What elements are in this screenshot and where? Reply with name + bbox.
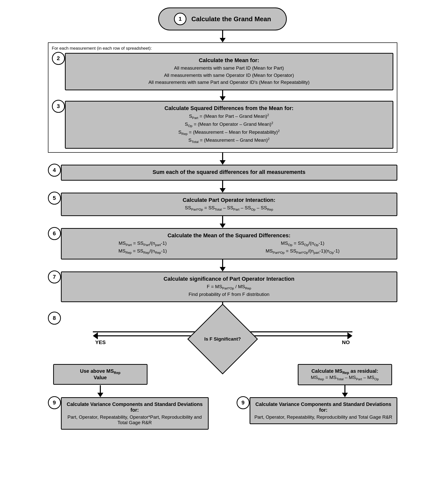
step7-row: 7 Calculate significance of Part Operato… <box>48 271 397 302</box>
step9-left-title: Calculate Variance Components and Standa… <box>66 401 204 413</box>
step8-left-box-area: Use above MSRep Value <box>48 364 153 385</box>
step6-circle: 6 <box>48 227 61 240</box>
step2-box: Calculate the Mean for: All measurements… <box>65 53 393 90</box>
step8-left-box-sub: Value <box>59 375 142 380</box>
step4-circle: 4 <box>48 164 61 177</box>
step1-label: Calculate the Grand Mean <box>191 15 271 23</box>
step2-line3: All measurements with same Part and Oper… <box>73 79 385 86</box>
step6-formulas: MSPart = SSPart/(npart-1) MSRep = SSRep/… <box>69 240 389 255</box>
step3-line4: STotal = (Measurement – Grand Mean)2 <box>73 136 385 144</box>
step5-row: 5 Calculate Part Operator Interaction: S… <box>48 193 397 216</box>
arrow-to-9-left <box>48 385 153 397</box>
step5-formula: SSPart*Op = SSTotal – SSPart – SSOp – SS… <box>69 204 389 212</box>
step8-circle-container: 8 <box>48 312 61 325</box>
step7-title: Calculate significance of Part Operator … <box>69 276 389 282</box>
step9-left-box: Calculate Variance Components and Standa… <box>61 397 209 430</box>
step3-circle: 3 <box>52 100 65 113</box>
step9-right-box: Calculate Variance Components and Standa… <box>250 397 397 424</box>
step8-branch-structure: YES Is F Significant? NO <box>48 314 397 364</box>
no-label: NO <box>342 339 350 345</box>
step2-circle: 2 <box>52 52 65 65</box>
step8-left-branch: YES <box>93 331 198 347</box>
step2-content-box: Calculate the Mean for: All measurements… <box>65 53 393 90</box>
step8-right-box-title: Calculate MSRep as residual: <box>303 368 386 375</box>
step3-content-box: Calculate Squared Differences from the M… <box>65 101 393 149</box>
step9-right: 9 Calculate Variance Components and Stan… <box>237 397 397 430</box>
arrowhead <box>220 188 226 193</box>
step2-row: 2 Calculate the Mean for: All measuremen… <box>52 53 393 90</box>
outer-measurement-box: For each measurement (in each row of spr… <box>48 42 397 153</box>
step6-row: 6 Calculate the Mean of the Squared Diff… <box>48 228 397 259</box>
arrow-line <box>222 153 223 160</box>
arrowhead <box>220 38 226 42</box>
step6-circle-container: 6 <box>48 227 61 240</box>
step9-right-content: Part, Operator, Repeatability, Reproduci… <box>254 414 393 420</box>
arrowhead <box>220 224 226 228</box>
connector-6-7 <box>220 259 226 271</box>
step3-row: 3 Calculate Squared Differences from the… <box>52 101 393 149</box>
step6-line1-left: MSPart = SSPart/(npart-1) <box>118 240 167 248</box>
step1-circle: 1 <box>174 13 186 25</box>
step5-content-box: Calculate Part Operator Interaction: SSP… <box>61 193 397 216</box>
arrowhead <box>220 160 226 165</box>
step9-row: 9 Calculate Variance Components and Stan… <box>48 397 397 430</box>
step6-line2-right: MSPart*Op = SSPart*Op/(npart-1)(nOp-1) <box>266 248 339 255</box>
step3-circle-container: 3 <box>52 100 65 113</box>
arrow-line <box>222 216 223 224</box>
step8-circle: 8 <box>48 312 61 325</box>
step7-content-box: Calculate significance of Part Operator … <box>61 271 397 302</box>
step8-right-branch: NO <box>248 331 352 347</box>
arrow-line <box>222 181 223 188</box>
step4-row: 4 Sum each of the squared differences fo… <box>48 165 397 181</box>
step2-title: Calculate the Mean for: <box>73 57 385 64</box>
connector-2-3 <box>52 90 393 101</box>
step8-top-row: 8 YES Is F Significant? <box>48 314 397 364</box>
step2-line2: All measurements with same Operator ID (… <box>73 72 385 79</box>
step2-line1: All measurements with same Part ID (Mean… <box>73 65 385 72</box>
step5-circle: 5 <box>48 192 61 205</box>
diamond-container: Is F Significant? <box>198 314 248 364</box>
step9-left: 9 Calculate Variance Components and Stan… <box>48 397 209 430</box>
step8-left-box: Use above MSRep Value <box>53 364 148 385</box>
step4-content-box: Sum each of the squared differences for … <box>61 165 397 181</box>
arrowhead <box>220 267 226 271</box>
step3-line2: SOp = (Mean for Operator – Grand Mean)2 <box>73 121 385 128</box>
arrows-to-9 <box>48 385 397 397</box>
step3-line3: SRep = (Measurement – Mean for Repeatabi… <box>73 128 385 136</box>
step8-right-box-area: Calculate MSRep as residual: MSRep = MST… <box>293 364 397 385</box>
step7-circle: 7 <box>48 270 61 283</box>
diamond-text: Is F Significant? <box>203 336 243 342</box>
arrow-to-9-right <box>293 385 397 397</box>
step6-content-box: Calculate the Mean of the Squared Differ… <box>61 228 397 259</box>
no-arrow <box>347 332 352 339</box>
step8-right-box: Calculate MSRep as residual: MSRep = MST… <box>298 364 392 385</box>
flowchart: 1 Calculate the Grand Mean For each meas… <box>48 7 397 430</box>
step8-right-box-formula: MSRep = MSTotal – MSPart – MSOp <box>303 375 386 381</box>
step6-title: Calculate the Mean of the Squared Differ… <box>69 232 389 239</box>
step8-left-box-title: Use above MSRep <box>59 368 142 375</box>
arrowhead <box>220 96 226 101</box>
step5-title: Calculate Part Operator Interaction: <box>69 197 389 203</box>
step9-right-circle: 9 <box>237 396 250 409</box>
step9-left-circle: 9 <box>48 396 61 409</box>
step7-line1: F = MSPart*Op / MSRep <box>69 283 389 291</box>
step6-line1-right: MSOp = SSOp/(nOp-1) <box>266 240 339 248</box>
arrow-line <box>222 30 223 38</box>
connector-3-4 <box>220 153 226 165</box>
step3-title: Calculate Squared Differences from the M… <box>73 105 385 112</box>
connector-4-5 <box>220 181 226 193</box>
step3-box: Calculate Squared Differences from the M… <box>65 101 393 149</box>
step4-circle-container: 4 <box>48 164 61 177</box>
step8-section: 8 YES Is F Significant? <box>48 314 397 385</box>
yes-label: YES <box>95 339 106 345</box>
outer-box-label: For each measurement (in each row of spr… <box>52 46 393 51</box>
decision-diamond: Is F Significant? <box>187 304 258 375</box>
step6-line2-left: MSRep = SSRep/(nRep-1) <box>118 248 167 255</box>
step2-circle-container: 2 <box>52 52 65 65</box>
step9-left-content: Part, Operator, Repeatability, Operator*… <box>66 414 204 425</box>
arrow-line <box>222 259 223 267</box>
step7-circle-container: 7 <box>48 270 61 283</box>
step3-line1: SPart = (Mean for Part – Grand Mean)2 <box>73 113 385 121</box>
step4-label: Sum each of the squared differences for … <box>69 169 389 175</box>
step1-box: 1 Calculate the Grand Mean <box>158 7 287 30</box>
